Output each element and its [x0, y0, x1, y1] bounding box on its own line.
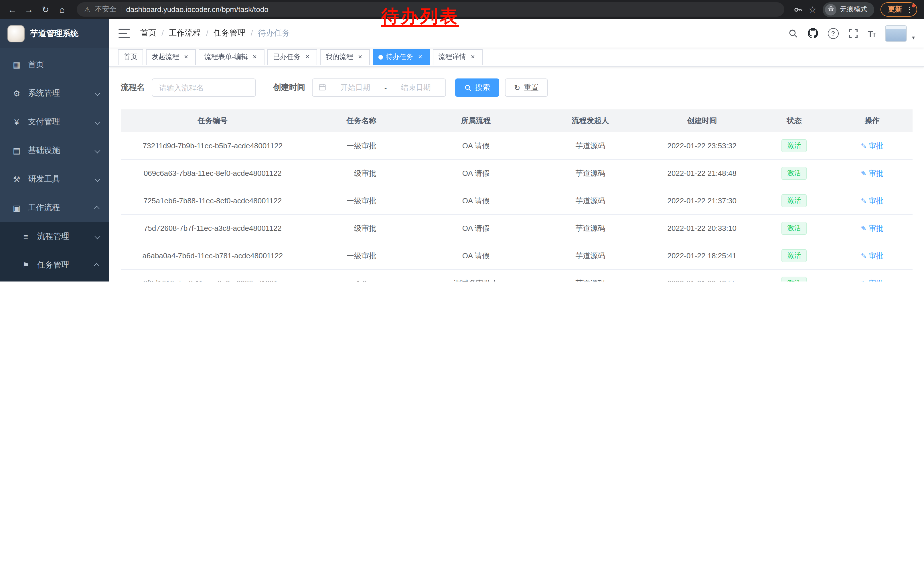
tab-my-processes[interactable]: 我的流程 × [320, 49, 370, 65]
start-date-placeholder: 开始日期 [332, 83, 379, 93]
column-task-id: 任务编号 [121, 110, 304, 132]
github-icon[interactable] [807, 28, 818, 38]
cell-task-name: 一级审批 [304, 187, 418, 215]
top-navbar: 首页 / 工作流程 / 任务管理 / 待办任务 ? [110, 19, 924, 48]
avatar-caret-icon[interactable]: ▾ [912, 34, 915, 42]
tab-bar: 首页 发起流程 × 流程表单-编辑 × 已办任务 × [110, 48, 924, 67]
back-icon[interactable]: ← [4, 2, 20, 17]
process-name-input[interactable] [152, 78, 256, 97]
status-badge: 激活 [782, 167, 807, 180]
process-name-label: 流程名 [121, 83, 145, 93]
approve-link[interactable]: ✎ 审批 [861, 169, 884, 177]
breadcrumb-separator: / [162, 29, 164, 38]
cell-task-id: 75d72608-7b7f-11ec-a3c8-acde48001122 [121, 215, 304, 242]
chevron-down-icon [95, 147, 100, 153]
column-process: 所属流程 [418, 110, 533, 132]
incognito-label: 无痕模式 [840, 5, 867, 14]
sidebar-toggle-icon[interactable] [118, 29, 130, 38]
cell-process: OA 请假 [418, 159, 533, 187]
edit-icon: ✎ [861, 279, 867, 281]
cell-process: 测试多审批人 [418, 269, 533, 281]
fullscreen-icon[interactable] [848, 29, 858, 38]
edit-icon: ✎ [861, 224, 867, 232]
sidebar-item-dev-tools[interactable]: ⚒ 研发工具 [0, 165, 110, 194]
table-row: 75d72608-7b7f-11ec-a3c8-acde48001122一级审批… [121, 215, 912, 242]
chevron-down-icon [95, 119, 100, 125]
table-row: 069c6a63-7b8a-11ec-8ef0-acde48001122一级审批… [121, 159, 912, 187]
tools-icon: ⚒ [12, 175, 22, 184]
tab-close-icon[interactable]: × [416, 53, 424, 61]
tab-process-form-edit[interactable]: 流程表单-编辑 × [199, 49, 264, 65]
column-created: 创建时间 [647, 110, 756, 132]
approve-link[interactable]: ✎ 审批 [861, 196, 884, 205]
navbar-actions: ? TT ▾ [788, 25, 915, 42]
approve-link[interactable]: ✎ 审批 [861, 224, 884, 232]
sidebar-item-system-management[interactable]: ⚙ 系统管理 [0, 79, 110, 108]
browser-update-button[interactable]: 更新 ⋮ [880, 2, 917, 17]
chevron-down-icon [95, 233, 100, 239]
cell-status: 激活 [756, 159, 832, 187]
help-icon[interactable]: ? [828, 28, 838, 39]
sidebar-item-label: 流程管理 [37, 231, 90, 242]
app-logo-image [8, 25, 25, 42]
sidebar-item-workflow[interactable]: ▣ 工作流程 [0, 194, 110, 222]
browser-chrome: ← → ↻ ⌂ ⚠ 不安全 dashboard.yudao.iocoder.cn… [0, 0, 924, 19]
sidebar-item-task-management[interactable]: ⚑ 任务管理 [0, 251, 110, 279]
breadcrumb-separator: / [206, 29, 208, 38]
home-icon[interactable]: ⌂ [54, 2, 70, 17]
cell-status: 激活 [756, 132, 832, 159]
edit-icon: ✎ [861, 142, 867, 150]
forward-icon[interactable]: → [21, 2, 37, 17]
approve-link[interactable]: ✎ 审批 [861, 141, 884, 150]
browser-menu-icon[interactable]: ⋮ [906, 6, 913, 13]
sidebar-item-infrastructure[interactable]: ▤ 基础设施 [0, 136, 110, 165]
app-logo[interactable]: 芋道管理系统 [0, 19, 110, 48]
process-list-icon: ≡ [21, 232, 31, 241]
column-task-name: 任务名称 [304, 110, 418, 132]
tab-label: 发起流程 [152, 52, 179, 62]
cell-task-id: a6aba0a4-7b6d-11ec-b781-acde48001122 [121, 242, 304, 269]
infrastructure-icon: ▤ [12, 146, 22, 155]
tab-close-icon[interactable]: × [251, 53, 259, 61]
reload-icon[interactable]: ↻ [38, 2, 53, 17]
tab-label: 首页 [124, 52, 137, 62]
approve-link[interactable]: ✎ 审批 [861, 279, 884, 281]
reset-button[interactable]: ↻ 重置 [505, 78, 548, 97]
sidebar-item-home[interactable]: ▦ 首页 [0, 50, 110, 79]
breadcrumb-item[interactable]: 工作流程 [169, 28, 201, 38]
date-range-picker[interactable]: 开始日期 - 结束日期 [312, 78, 446, 97]
search-button[interactable]: 搜索 [455, 78, 499, 97]
sidebar-item-my-processes[interactable]: 我的流程 [0, 279, 110, 281]
approve-link[interactable]: ✎ 审批 [861, 251, 884, 260]
bookmark-star-icon[interactable]: ☆ [808, 4, 816, 15]
avatar[interactable] [885, 25, 907, 42]
table-row: a6aba0a4-7b6d-11ec-b781-acde48001122一级审批… [121, 242, 912, 269]
breadcrumb: 首页 / 工作流程 / 任务管理 / 待办任务 [140, 28, 290, 38]
sidebar-item-process-management[interactable]: ≡ 流程管理 [0, 222, 110, 251]
cell-status: 激活 [756, 242, 832, 269]
breadcrumb-item[interactable]: 任务管理 [213, 28, 246, 38]
workflow-submenu: ≡ 流程管理 ⚑ 任务管理 我的流程 [0, 222, 110, 281]
tab-home[interactable]: 首页 [118, 49, 143, 65]
sidebar-menu: ▦ 首页 ⚙ 系统管理 ¥ 支付管理 ▤ 基础设施 [0, 48, 110, 281]
tab-close-icon[interactable]: × [303, 53, 311, 61]
tab-done-tasks[interactable]: 已办任务 × [267, 49, 317, 65]
cell-task-name: 一级审批 [304, 132, 418, 159]
key-icon[interactable] [793, 5, 802, 14]
tab-close-icon[interactable]: × [469, 53, 477, 61]
tab-process-detail[interactable]: 流程详情 × [433, 49, 483, 65]
incognito-icon [825, 4, 836, 15]
tab-todo-tasks[interactable]: 待办任务 × [373, 49, 430, 65]
cell-action: ✎ 审批 [832, 215, 912, 242]
tab-close-icon[interactable]: × [182, 53, 190, 61]
main-area: 首页 / 工作流程 / 任务管理 / 待办任务 ? [110, 19, 924, 281]
tab-close-icon[interactable]: × [356, 53, 364, 61]
font-size-icon[interactable]: TT [868, 29, 875, 38]
search-icon[interactable] [788, 29, 798, 38]
breadcrumb-item[interactable]: 首页 [140, 28, 156, 38]
task-table-body: 73211d9d-7b9b-11ec-b5b7-acde48001122一级审批… [121, 132, 912, 281]
sidebar-item-payment-management[interactable]: ¥ 支付管理 [0, 108, 110, 136]
security-warning-icon: ⚠ [84, 6, 90, 14]
cell-created: 2022-01-21 22:43:55 [647, 269, 756, 281]
tab-start-process[interactable]: 发起流程 × [146, 49, 196, 65]
